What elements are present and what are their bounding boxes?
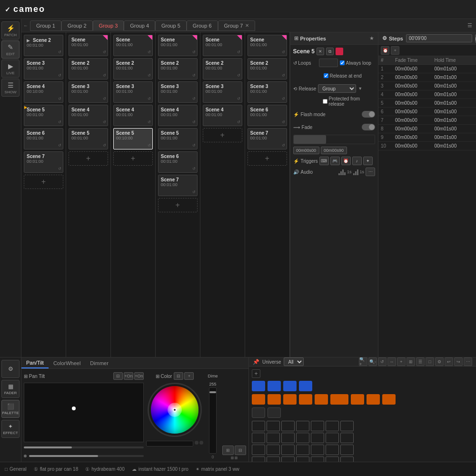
tab-arrow-left[interactable]: ←: [21, 23, 30, 28]
props-delete-button[interactable]: ✕: [317, 48, 324, 55]
fixture-cell-orange-5[interactable]: [315, 394, 328, 405]
fixture-cell-blue-1[interactable]: [252, 381, 265, 391]
scene-card[interactable]: Scene 2 00:01:00 ↺: [113, 58, 153, 79]
pan-slider[interactable]: [24, 446, 144, 448]
grid-cell[interactable]: [326, 445, 339, 455]
utool-plus[interactable]: +: [397, 357, 406, 366]
add-scene-button[interactable]: +: [158, 198, 198, 212]
tab-group3[interactable]: Group 3: [93, 20, 124, 31]
effect-button[interactable]: ✦ EFFECT: [1, 420, 20, 438]
utool-zoom-in[interactable]: 🔍+: [359, 357, 367, 366]
utool-zoom-out[interactable]: 🔍-: [368, 357, 377, 366]
scene-card[interactable]: Scene 00:01:00 ↺: [69, 35, 108, 56]
grid-cell[interactable]: [311, 433, 324, 443]
fixture-cell-orange-3[interactable]: [283, 394, 297, 405]
steps-row[interactable]: 500m00s0000m01s00: [378, 99, 476, 108]
scene-card[interactable]: Scene 4 00:10:00 ↺: [24, 81, 63, 103]
pt-btn-3[interactable]: +On: [134, 372, 144, 380]
grid-cell[interactable]: [326, 421, 339, 431]
steps-row[interactable]: 700m00s0000m01s00: [378, 116, 476, 125]
scene-card[interactable]: Scene 3 00:01:00 ↺: [203, 81, 242, 103]
always-loop-checkbox[interactable]: Always loop: [340, 60, 371, 66]
grid-cell[interactable]: [311, 421, 324, 431]
pt-btn-2[interactable]: +On: [124, 372, 133, 380]
tab-group6[interactable]: Group 6: [187, 20, 218, 31]
color-btn-2[interactable]: +: [184, 372, 194, 380]
steps-row[interactable]: 400m00s0000m01s00: [378, 90, 476, 99]
color-bar[interactable]: [146, 441, 193, 446]
scene-card[interactable]: Scene 5 00:01:00 ↺: [69, 128, 108, 149]
scene-card[interactable]: Scene 2 00:01:00 ↺: [248, 58, 287, 79]
scene-card[interactable]: Scene 5 00:01:00 ▶ ↺: [24, 105, 63, 126]
fixture-cell-orange-8[interactable]: [367, 394, 380, 405]
utool-box[interactable]: □: [426, 357, 434, 366]
utool-grid[interactable]: ⊞: [407, 357, 415, 366]
fixture-cell-orange-4[interactable]: [299, 394, 312, 405]
tab-group5[interactable]: Group 5: [155, 20, 187, 31]
steps-clock-btn[interactable]: ⏰: [381, 46, 389, 55]
steps-row[interactable]: 1000m00s0000m01s00: [378, 142, 476, 150]
scene-card[interactable]: Scene 5 00:01:00 ↺: [158, 128, 198, 149]
scene-card[interactable]: ▶ Scene 2 00:01:00 ↺: [24, 35, 63, 56]
tab-settings-icon[interactable]: ☰: [464, 22, 476, 29]
grid-cell[interactable]: [281, 445, 295, 455]
sidebar-item-show[interactable]: ☰ SHOW: [1, 79, 20, 97]
tab-colorwheel[interactable]: ColorWheel: [49, 357, 85, 368]
grid-cell[interactable]: [340, 421, 354, 431]
utool-redo[interactable]: ↪: [454, 357, 463, 366]
pantilt-canvas[interactable]: [24, 383, 144, 442]
scene-card[interactable]: Scene 7 00:01:00 ↺: [24, 151, 63, 173]
scene-card[interactable]: Scene 6 00:01:00 ↺: [24, 128, 63, 149]
fixture-cell-orange-7[interactable]: [351, 394, 364, 405]
grid-cell[interactable]: [281, 421, 295, 431]
steps-time-input[interactable]: [406, 34, 472, 42]
steps-row[interactable]: 800m00s0000m01s00: [378, 125, 476, 133]
fixture-cell-orange-2[interactable]: [268, 394, 281, 405]
grid-cell[interactable]: [252, 445, 265, 455]
grid-cell[interactable]: [326, 433, 339, 443]
utool-list[interactable]: ☰: [416, 357, 425, 366]
time-to-input[interactable]: 00m00s90: [321, 147, 347, 154]
steps-add-btn[interactable]: +: [391, 46, 399, 55]
scene-card[interactable]: Scene 3 00:01:00 ↺: [158, 81, 198, 103]
scene-card[interactable]: Scene 7 00:01:00 ↺: [248, 128, 287, 149]
scene-card[interactable]: Scene 6 00:01:00 ↺: [248, 105, 287, 126]
audio-settings-btn[interactable]: ⋯: [366, 168, 375, 176]
trigger-btn-1[interactable]: ⌨: [319, 157, 329, 165]
scene-card[interactable]: Scene 00:01:00 ↺: [248, 35, 287, 56]
tilt-slider[interactable]: [29, 455, 144, 457]
trigger-btn-5[interactable]: ✦: [363, 157, 373, 165]
add-scene-button[interactable]: +: [203, 128, 242, 142]
utool-settings[interactable]: ⚙: [435, 357, 444, 366]
universe-select[interactable]: All: [284, 357, 304, 366]
trigger-btn-4[interactable]: ♪: [352, 157, 362, 165]
grid-cell[interactable]: [296, 421, 309, 431]
palette-button[interactable]: ⬛ PALETTE: [1, 400, 20, 418]
grid-cell[interactable]: [252, 433, 265, 443]
fader-main-button[interactable]: ▦ FADER: [1, 380, 20, 398]
fixture-cell-blue-3[interactable]: [283, 381, 297, 391]
scene-card-active[interactable]: Scene 5 00:10:00 ↺: [113, 128, 153, 149]
grid-cell[interactable]: [340, 445, 354, 455]
scene-card[interactable]: Scene 3 00:01:00 ↺: [248, 81, 287, 103]
fixture-cell-dark-1[interactable]: [252, 407, 265, 418]
pt-extra-btn-2[interactable]: ⊟: [235, 446, 246, 455]
sidebar-item-edit[interactable]: ✎ EDIT: [1, 40, 20, 59]
grid-cell[interactable]: [296, 445, 309, 455]
star-icon[interactable]: ★: [369, 35, 374, 41]
scene-card[interactable]: Scene 3 00:01:00 ↺: [113, 81, 153, 103]
utool-more[interactable]: ⋯: [464, 357, 472, 366]
utool-refresh[interactable]: ↺: [378, 357, 387, 366]
sidebar-item-patch[interactable]: ⚡ PATCH: [1, 21, 20, 40]
grid-cell[interactable]: [311, 445, 324, 455]
scene-card[interactable]: Scene 7 00:01:00 ↺: [158, 175, 198, 196]
fixture-cell-dark-2[interactable]: [268, 407, 281, 418]
tab-close-icon[interactable]: ✕: [245, 23, 249, 28]
tab-dimmer[interactable]: Dimmer: [85, 357, 113, 368]
grid-cell[interactable]: [267, 445, 280, 455]
scene-card[interactable]: Scene 4 00:01:00 ↺: [203, 105, 242, 126]
fader-settings-button[interactable]: ⚙: [1, 360, 20, 378]
pt-btn-1[interactable]: ⊟: [113, 372, 123, 380]
flash-mode-toggle[interactable]: [362, 111, 375, 118]
fixture-cell-orange-6[interactable]: [330, 394, 348, 405]
